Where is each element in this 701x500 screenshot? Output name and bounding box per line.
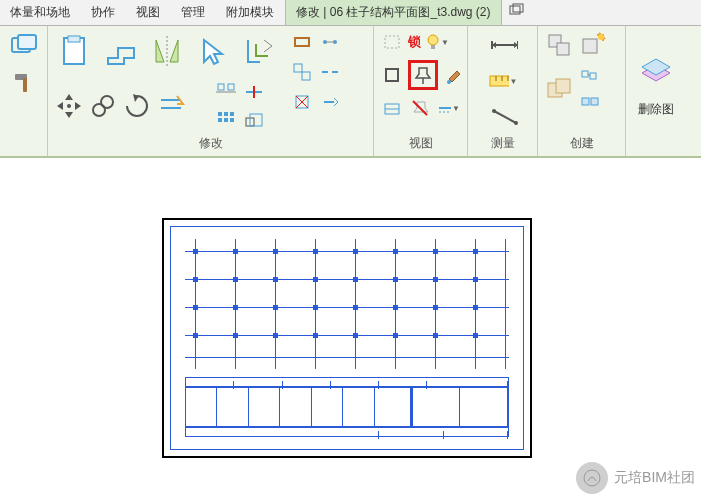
trim-icon[interactable] — [156, 91, 186, 121]
pin-icon[interactable] — [411, 63, 435, 87]
create-group-icon[interactable] — [544, 30, 574, 60]
rehost-icon[interactable] — [380, 96, 404, 120]
demolish-icon[interactable] — [290, 90, 314, 114]
tab-overflow-icon[interactable] — [502, 0, 531, 25]
linework-icon[interactable]: ▼ — [436, 96, 460, 120]
svg-rect-26 — [250, 114, 262, 126]
menu-tabbar: 体量和场地 协作 视图 管理 附加模块 修改 | 06 柱子结构平面图_t3.d… — [0, 0, 701, 26]
ribbon-group-create: 创建 — [538, 26, 626, 156]
tab-addins[interactable]: 附加模块 — [216, 0, 285, 25]
select-arrow-icon[interactable] — [192, 30, 234, 72]
tab-manage[interactable]: 管理 — [171, 0, 216, 25]
offset-icon[interactable] — [238, 30, 280, 72]
svg-rect-7 — [68, 36, 80, 42]
svg-rect-68 — [582, 98, 589, 105]
hide-icon[interactable] — [380, 30, 404, 54]
canvas-area[interactable]: 元培BIM社团 — [0, 158, 701, 498]
svg-point-70 — [584, 470, 600, 486]
pin-highlight — [408, 60, 438, 90]
tab-modify-active[interactable]: 修改 | 06 柱子结构平面图_t3.dwg (2) — [285, 0, 502, 25]
tab-collaborate[interactable]: 协作 — [81, 0, 126, 25]
ruler-icon[interactable]: ▼ — [488, 66, 518, 96]
svg-rect-69 — [591, 98, 598, 105]
delete-layers-icon[interactable] — [635, 49, 677, 91]
copy-icon[interactable] — [88, 91, 118, 121]
group-title-blank — [6, 136, 41, 154]
cope-icon[interactable] — [290, 30, 314, 54]
svg-rect-66 — [590, 73, 596, 79]
svg-rect-27 — [295, 38, 309, 46]
svg-rect-61 — [583, 39, 597, 53]
group-title-modify: 修改 — [54, 133, 367, 154]
svg-point-44 — [447, 80, 451, 84]
ribbon-group-delete: 删除图 — [626, 26, 686, 156]
corner-icon[interactable] — [318, 30, 342, 54]
array-icon[interactable] — [214, 108, 238, 132]
group-title-measure: 测量 — [474, 133, 531, 154]
group-title-create: 创建 — [544, 133, 619, 154]
svg-rect-32 — [302, 72, 310, 80]
ribbon-group-modify: 修改 — [48, 26, 374, 156]
svg-point-57 — [492, 109, 496, 113]
hammer-icon[interactable] — [9, 68, 39, 98]
svg-rect-22 — [218, 118, 222, 122]
svg-rect-14 — [218, 84, 224, 90]
svg-rect-19 — [218, 112, 222, 116]
rotate-icon[interactable] — [122, 91, 152, 121]
delete-label: 删除图 — [638, 101, 674, 118]
svg-rect-5 — [23, 78, 27, 92]
unpin-icon[interactable] — [408, 96, 432, 120]
cad-drawing[interactable] — [162, 218, 532, 458]
drawing-border — [170, 226, 524, 450]
ribbon-group-measure: ▼ 测量 — [468, 26, 538, 156]
svg-line-56 — [494, 111, 516, 123]
measure-between-icon[interactable] — [488, 102, 518, 132]
structural-grid — [185, 239, 509, 369]
svg-rect-39 — [385, 36, 399, 48]
crop-icon[interactable] — [380, 63, 404, 87]
svg-rect-42 — [386, 69, 398, 81]
svg-rect-64 — [556, 79, 570, 93]
cut-geometry-icon[interactable] — [100, 30, 142, 72]
svg-rect-60 — [557, 43, 569, 55]
svg-rect-1 — [513, 4, 523, 12]
extend-icon[interactable] — [318, 90, 342, 114]
create-parts-icon[interactable] — [578, 64, 602, 88]
svg-rect-65 — [582, 71, 588, 77]
svg-point-62 — [598, 34, 604, 40]
paste-icon[interactable] — [54, 30, 96, 72]
svg-point-9 — [67, 104, 71, 108]
svg-rect-23 — [224, 118, 228, 122]
join-icon[interactable] — [290, 60, 314, 84]
title-block — [185, 377, 509, 439]
create-assembly-icon[interactable] — [544, 74, 574, 104]
svg-rect-41 — [431, 45, 435, 49]
ribbon-group-view: 锁 ▼ ▼ 视图 — [374, 26, 468, 156]
svg-rect-20 — [224, 112, 228, 116]
ribbon: 修改 锁 ▼ ▼ — [0, 26, 701, 158]
paint-icon[interactable] — [442, 63, 466, 87]
svg-rect-3 — [18, 35, 36, 49]
svg-rect-51 — [490, 76, 509, 86]
group-title-view: 视图 — [380, 133, 461, 154]
gap-icon[interactable] — [318, 60, 342, 84]
lock-label: 锁 — [408, 33, 421, 51]
properties-icon[interactable] — [9, 30, 39, 60]
create-form-icon[interactable] — [578, 90, 602, 114]
svg-rect-0 — [510, 6, 520, 14]
svg-rect-21 — [230, 112, 234, 116]
tab-view[interactable]: 视图 — [126, 0, 171, 25]
mirror-icon[interactable] — [146, 30, 188, 72]
move-icon[interactable] — [54, 91, 84, 121]
align-icon[interactable] — [214, 80, 238, 104]
watermark: 元培BIM社团 — [576, 462, 695, 494]
svg-point-11 — [101, 96, 113, 108]
create-similar-icon[interactable] — [578, 30, 608, 60]
split-icon[interactable] — [242, 80, 266, 104]
svg-rect-24 — [230, 118, 234, 122]
svg-rect-15 — [228, 84, 234, 90]
tab-mass-site[interactable]: 体量和场地 — [0, 0, 81, 25]
dimension-icon[interactable] — [488, 30, 518, 60]
bulb-icon[interactable]: ▼ — [425, 30, 449, 54]
scale-icon[interactable] — [242, 108, 266, 132]
